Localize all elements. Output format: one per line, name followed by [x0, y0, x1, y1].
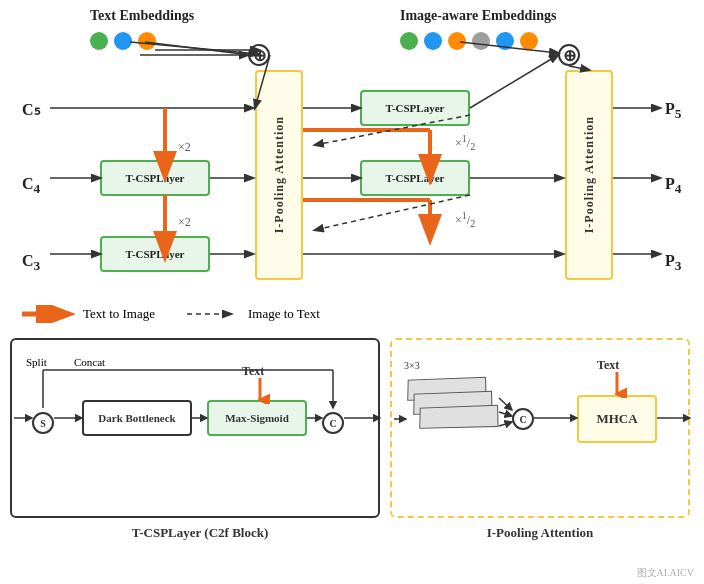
dashed-arrow-icon — [185, 305, 240, 323]
legend-image-to-text-label: Image to Text — [248, 306, 320, 322]
svg-line-43 — [499, 422, 512, 426]
svg-line-19 — [470, 55, 558, 108]
dot-orange-1 — [138, 32, 156, 50]
bl-ipool-label: I-Pooling Attention — [395, 525, 685, 541]
dot-orange-3 — [520, 32, 538, 50]
text-dots — [90, 32, 156, 50]
legend-text-to-image: Text to Image — [20, 305, 155, 323]
bottom-right-arrows — [392, 340, 692, 520]
ipool-box-2: I-Pooling Attention — [565, 70, 613, 280]
dot-orange-2 — [448, 32, 466, 50]
text-embeddings-label: Text Embeddings — [90, 8, 194, 24]
bottom-left-box: S C Split Concat Dark Bottleneck Max-Sig… — [10, 338, 380, 518]
tcsp-r4-box: T-CSPLayer — [360, 160, 470, 196]
diagram-container: Text Embeddings Image-aware Embeddings C… — [0, 0, 704, 584]
c3-label: C3 — [22, 252, 40, 274]
bottom-right-box: 3×3 C MHCA Text — [390, 338, 690, 518]
bl-tcsp-label: T-CSPLayer (C2f Block) — [60, 525, 340, 541]
tcsp-c3-box: T-CSPLayer — [100, 236, 210, 272]
dot-blue-2 — [424, 32, 442, 50]
dot-gray-1 — [472, 32, 490, 50]
legend-text-to-image-label: Text to Image — [83, 306, 155, 322]
p5-label: P5 — [665, 100, 681, 122]
image-aware-label: Image-aware Embeddings — [400, 8, 556, 24]
bottom-left-arrows — [12, 340, 382, 520]
watermark: 图文AI.AICV — [637, 566, 695, 580]
p3-label: P3 — [665, 252, 681, 274]
tcsp-c4-box: T-CSPLayer — [100, 160, 210, 196]
c5-label: C₅ — [22, 100, 40, 119]
mult-half-1: ×1/2 — [455, 133, 475, 152]
plus-circle-1: ⊕ — [248, 44, 270, 66]
orange-arrow-icon — [20, 305, 75, 323]
top-section: Text Embeddings Image-aware Embeddings C… — [0, 0, 704, 340]
mult-half-2: ×1/2 — [455, 210, 475, 229]
dot-blue-1 — [114, 32, 132, 50]
dot-green-1 — [90, 32, 108, 50]
dot-green-2 — [400, 32, 418, 50]
ipool-box-1: I-Pooling Attention — [255, 70, 303, 280]
plus-circle-2: ⊕ — [558, 44, 580, 66]
p4-label: P4 — [665, 175, 681, 197]
mult-x2-1: ×2 — [178, 140, 191, 155]
dot-blue-3 — [496, 32, 514, 50]
legend: Text to Image Image to Text — [20, 305, 320, 323]
c4-label: C4 — [22, 175, 40, 197]
svg-line-4 — [145, 42, 250, 55]
mult-x2-2: ×2 — [178, 215, 191, 230]
svg-line-27 — [315, 195, 470, 230]
svg-line-41 — [499, 398, 512, 410]
legend-image-to-text: Image to Text — [185, 305, 320, 323]
tcsp-r5-box: T-CSPLayer — [360, 90, 470, 126]
bottom-section: S C Split Concat Dark Bottleneck Max-Sig… — [0, 330, 704, 584]
image-dots — [400, 32, 538, 50]
svg-line-42 — [499, 412, 512, 416]
